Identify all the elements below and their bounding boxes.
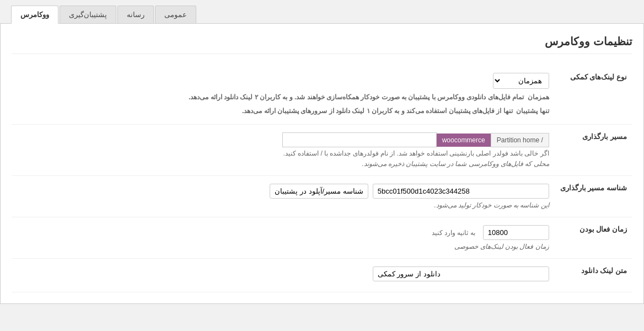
download-link-text-input[interactable] [373,266,549,281]
path-outer: Partition home / woocommerce [17,132,549,147]
settings-table: نوع لینک‌های کمکی همزمان تنها پشتیبان هم… [12,65,632,292]
page-title: تنظیمات ووکامرس [12,35,632,54]
control-download-link-type: همزمان تنها پشتیبان همزمان تمام فایل‌های… [12,65,555,125]
tab-backup[interactable]: پشتیبان‌گیری [60,6,116,23]
label-download-link-text: متن لینک دانلود [555,259,632,292]
info-line1: تمام فایل‌های دانلودی ووکامرس با پشتیبان… [189,93,524,101]
tab-media[interactable]: رسانه [117,6,154,23]
tab-woocommerce[interactable]: ووکامرس [11,6,58,24]
row-upload-path: مسیر بارگذاری Partition home / woocommer… [12,125,632,176]
identifier-info: این شناسه به صورت خودکار تولید می‌شود. [17,201,549,209]
label-download-link-type: نوع لینک‌های کمکی [555,65,632,125]
upload-path-input[interactable] [282,132,437,147]
control-upload-path: Partition home / woocommerce اگر خالی با… [12,125,555,176]
partition-home-segment: Partition home / [491,133,549,147]
span-simultaneous: همزمان [528,93,549,101]
identifier-input-row: شناسه مسیر/آپلود در پشتیبان [17,184,549,199]
active-time-unit-label: به ثانیه وارد کنید [432,229,475,237]
row-active-time: زمان فعال بودن به ثانیه وارد کنید زمان ف… [12,217,632,259]
info-download-link-type-2: تنها پشتیبان تنها از فایل‌های پشتیبان اس… [17,106,549,116]
row-download-link-text: متن لینک دانلود [12,259,632,292]
label-upload-path-identifier: شناسه مسیر بارگذاری [555,176,632,217]
info-line2: تنها از فایل‌های پشتیبان استفاده می‌کند … [242,107,513,115]
identifier-input[interactable] [373,184,549,199]
control-download-link-text [12,259,555,292]
active-time-input-row: به ثانیه وارد کنید [17,225,549,240]
label-active-time: زمان فعال بودن [555,217,632,259]
tab-general[interactable]: عمومی [155,6,196,23]
info-download-link-type: همزمان تمام فایل‌های دانلودی ووکامرس با … [17,92,549,103]
row-download-link-type: نوع لینک‌های کمکی همزمان تنها پشتیبان هم… [12,65,632,125]
page-wrapper: ووکامرس پشتیبان‌گیری رسانه عمومی تنظیمات… [0,0,644,331]
content-area: تنظیمات ووکامرس نوع لینک‌های کمکی همزمان… [0,24,644,304]
active-time-input[interactable] [483,225,549,240]
span-backup-only: تنها پشتیبان [516,107,549,115]
path-help-main: اگر خالی باشد فولدر اصلی بارنشینی استفاد… [17,150,549,157]
control-upload-path-identifier: شناسه مسیر/آپلود در پشتیبان این شناسه به… [12,176,555,217]
active-time-info: زمان فعال بودن لینک‌های خصوصی [17,243,549,250]
woocommerce-segment: woocommerce [437,134,491,147]
row-upload-path-identifier: شناسه مسیر بارگذاری شناسه مسیر/آپلود در … [12,176,632,217]
select-download-link-type[interactable]: همزمان تنها پشتیبان [493,73,549,89]
control-active-time: به ثانیه وارد کنید زمان فعال بودن لینک‌ه… [12,217,555,259]
tabs-bar: ووکامرس پشتیبان‌گیری رسانه عمومی [0,0,644,24]
identifier-button[interactable]: شناسه مسیر/آپلود در پشتیبان [270,184,368,199]
label-upload-path: مسیر بارگذاری [555,125,632,176]
path-help-sub: محلی که فایل‌های ووکامرسی شما در سایت پش… [17,160,549,168]
